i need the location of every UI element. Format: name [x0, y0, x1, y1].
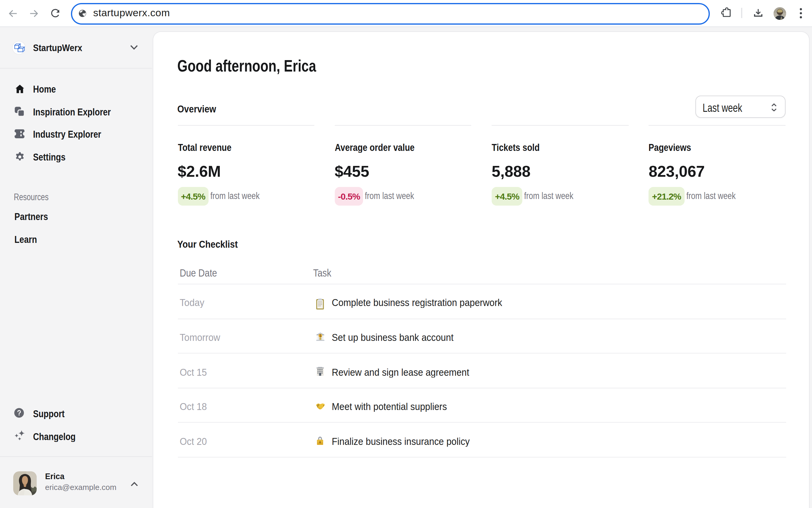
svg-text:$: $ [319, 334, 321, 338]
